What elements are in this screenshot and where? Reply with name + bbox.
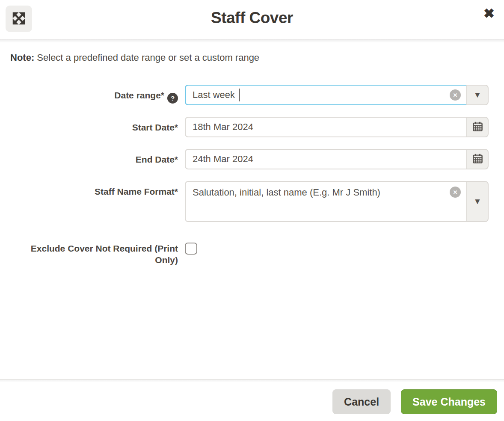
- help-icon[interactable]: ?: [167, 93, 178, 104]
- date-range-row: Date range*? Last week ✕ ▼: [10, 85, 489, 105]
- exclude-cover-field-cell: [185, 238, 489, 256]
- start-date-row: Start Date* 18th Mar 2024: [10, 117, 489, 137]
- cancel-button[interactable]: Cancel: [332, 389, 391, 414]
- clear-icon[interactable]: ✕: [450, 187, 461, 198]
- note-label: Note:: [10, 52, 34, 63]
- end-date-row: End Date* 24th Mar 2024: [10, 149, 489, 169]
- dialog-footer: Cancel Save Changes: [0, 379, 504, 421]
- start-date-calendar-button[interactable]: [466, 117, 489, 137]
- end-date-field-cell: 24th Mar 2024: [185, 149, 489, 169]
- date-range-label: Date range*: [114, 90, 164, 100]
- chevron-down-icon: ▼: [474, 90, 482, 100]
- start-date-field-cell: 18th Mar 2024: [185, 117, 489, 137]
- date-range-field-cell: Last week ✕ ▼: [185, 85, 489, 105]
- exclude-cover-checkbox[interactable]: [185, 243, 197, 255]
- chevron-down-icon: ▼: [474, 197, 482, 206]
- clear-icon[interactable]: ✕: [450, 89, 461, 101]
- date-range-label-cell: Date range*?: [10, 85, 178, 104]
- dialog-header: Staff Cover ✖: [0, 0, 504, 39]
- dialog-body: Note: Select a predefined date range or …: [0, 51, 504, 266]
- date-range-input-group: Last week ✕ ▼: [185, 85, 489, 105]
- end-date-value: 24th Mar 2024: [193, 154, 253, 165]
- start-date-label: Start Date*: [10, 117, 178, 133]
- start-date-value: 18th Mar 2024: [193, 122, 253, 133]
- text-cursor: [239, 89, 240, 101]
- date-range-value: Last week: [193, 89, 235, 101]
- footer-buttons: Cancel Save Changes: [0, 379, 504, 414]
- staff-name-format-label: Staff Name Format*: [10, 181, 178, 197]
- save-changes-button[interactable]: Save Changes: [401, 389, 497, 414]
- start-date-input[interactable]: 18th Mar 2024: [185, 117, 466, 137]
- end-date-calendar-button[interactable]: [466, 149, 489, 169]
- close-icon[interactable]: ✖: [483, 7, 495, 20]
- exclude-cover-row: Exclude Cover Not Required (Print Only): [10, 238, 489, 266]
- staff-name-format-input[interactable]: Salutation, initial, last name (E.g. Mr …: [185, 181, 466, 222]
- staff-name-format-dropdown-button[interactable]: ▼: [466, 181, 489, 222]
- note-text: Note: Select a predefined date range or …: [10, 51, 489, 64]
- dialog-title: Staff Cover: [0, 9, 504, 27]
- date-range-dropdown-button[interactable]: ▼: [466, 85, 489, 105]
- end-date-label: End Date*: [10, 149, 178, 165]
- exclude-cover-label: Exclude Cover Not Required (Print Only): [10, 238, 178, 266]
- staff-name-format-field-cell: Salutation, initial, last name (E.g. Mr …: [185, 181, 489, 222]
- date-range-input[interactable]: Last week ✕: [185, 85, 466, 105]
- calendar-icon: [472, 121, 483, 134]
- start-date-input-group: 18th Mar 2024: [185, 117, 489, 137]
- staff-name-format-value: Salutation, initial, last name (E.g. Mr …: [193, 186, 380, 199]
- staff-cover-dialog: Staff Cover ✖ Note: Select a predefined …: [0, 0, 504, 421]
- end-date-input[interactable]: 24th Mar 2024: [185, 149, 466, 169]
- staff-name-format-row: Staff Name Format* Salutation, initial, …: [10, 181, 489, 222]
- calendar-icon: [472, 153, 483, 166]
- staff-name-format-input-group: Salutation, initial, last name (E.g. Mr …: [185, 181, 489, 222]
- header-divider-shadow: [0, 39, 504, 43]
- end-date-input-group: 24th Mar 2024: [185, 149, 489, 169]
